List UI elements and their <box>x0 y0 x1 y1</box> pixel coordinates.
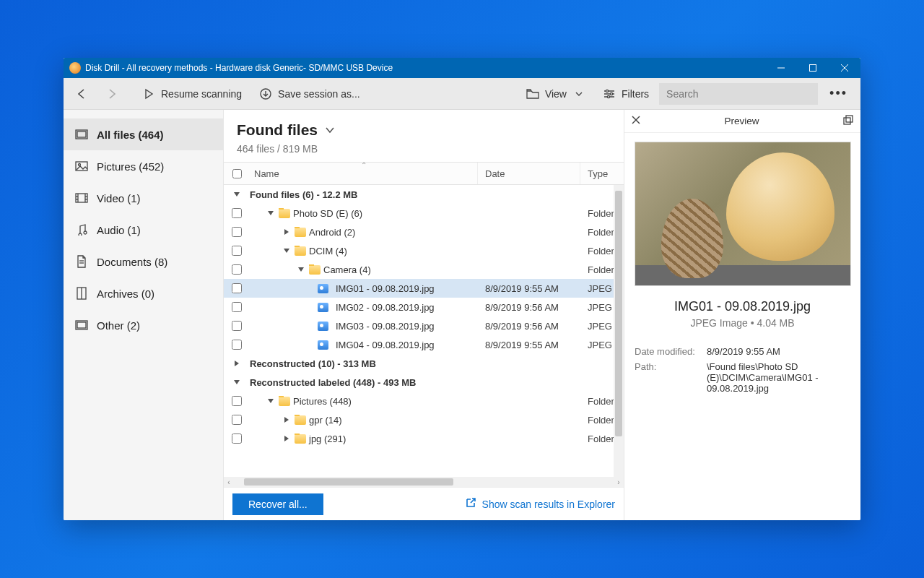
close-button[interactable] <box>829 58 860 78</box>
column-header-name[interactable]: Name ⌃ <box>250 163 478 184</box>
horizontal-scrollbar[interactable]: ‹ › <box>224 477 624 487</box>
row-checkbox[interactable] <box>232 302 242 312</box>
caret-down-icon[interactable] <box>232 377 242 387</box>
preview-meta: JPEG Image • 4.04 MB <box>635 317 850 329</box>
group-row[interactable]: Reconstructed (10) - 313 MB <box>224 354 624 373</box>
caret-down-icon[interactable] <box>266 208 276 218</box>
close-preview-button[interactable] <box>632 116 640 126</box>
row-checkbox[interactable] <box>232 208 242 218</box>
folder-row[interactable]: gpr (14) Folder <box>224 410 624 429</box>
select-all-checkbox[interactable] <box>232 169 242 178</box>
scroll-left-icon[interactable]: ‹ <box>224 477 234 487</box>
folder-row[interactable]: jpg (291) Folder <box>224 429 624 448</box>
filters-button[interactable]: Filters <box>596 81 656 107</box>
folder-row[interactable]: DCIM (4) Folder <box>224 241 624 260</box>
caret-right-icon[interactable] <box>282 434 292 444</box>
row-checkbox[interactable] <box>232 246 242 256</box>
row-checkbox[interactable] <box>232 340 242 350</box>
other-icon <box>75 319 88 332</box>
scrollbar-thumb[interactable] <box>615 191 622 436</box>
footer: Recover all... Show scan results in Expl… <box>224 487 624 520</box>
row-checkbox[interactable] <box>232 396 242 406</box>
caret-down-icon[interactable] <box>296 264 306 275</box>
caret-down-icon[interactable] <box>232 189 242 199</box>
back-button[interactable] <box>68 81 95 107</box>
content-area: All files (464) Pictures (452) Video (1)… <box>64 110 860 520</box>
svg-rect-24 <box>77 322 86 328</box>
caret-right-icon[interactable] <box>282 227 292 237</box>
titlebar: Disk Drill - All recovery methods - Hard… <box>64 58 860 78</box>
forward-button[interactable] <box>98 81 126 107</box>
image-icon <box>318 284 328 293</box>
folder-row[interactable]: Pictures (448) Folder <box>224 392 624 410</box>
sidebar-item-video[interactable]: Video (1) <box>64 182 223 214</box>
download-icon <box>259 87 272 100</box>
arrow-left-icon <box>75 87 88 100</box>
view-dropdown[interactable]: View <box>519 81 593 107</box>
group-row[interactable]: Found files (6) - 12.2 MB <box>224 185 624 204</box>
caret-down-icon[interactable] <box>266 396 276 406</box>
recover-all-button[interactable]: Recover all... <box>232 493 323 515</box>
file-row[interactable]: IMG01 - 09.08.2019.jpg 8/9/2019 9:55 AM … <box>224 279 624 298</box>
image-icon <box>318 322 328 331</box>
row-checkbox[interactable] <box>232 321 242 331</box>
sidebar-item-documents[interactable]: Documents (8) <box>64 246 223 277</box>
preview-header: Preview <box>624 110 860 133</box>
page-title: Found files <box>237 121 318 139</box>
svg-rect-1 <box>810 65 816 72</box>
sidebar-item-archives[interactable]: Archives (0) <box>64 277 223 309</box>
external-link-icon <box>465 497 476 511</box>
caret-right-icon[interactable] <box>232 358 242 368</box>
sidebar-item-label: Documents (8) <box>97 256 167 268</box>
archive-icon <box>75 287 88 300</box>
resume-scanning-button[interactable]: Resume scanning <box>135 81 249 107</box>
title-chevron-down-icon[interactable] <box>325 125 335 135</box>
preview-filename: IMG01 - 09.08.2019.jpg <box>635 299 850 314</box>
sidebar-item-label: All files (464) <box>97 129 164 141</box>
preview-image <box>635 142 851 286</box>
minimize-button[interactable] <box>765 58 797 78</box>
svg-point-7 <box>607 95 609 98</box>
file-tree: Found files (6) - 12.2 MB Photo SD (E) (… <box>224 185 624 477</box>
sidebar-item-audio[interactable]: Audio (1) <box>64 214 223 246</box>
app-icon <box>69 62 81 74</box>
row-checkbox[interactable] <box>232 415 242 425</box>
play-icon <box>142 87 155 100</box>
vertical-scrollbar[interactable] <box>614 185 624 477</box>
window-controls <box>765 58 860 78</box>
caret-down-icon[interactable] <box>282 246 292 256</box>
sidebar-item-all-files[interactable]: All files (464) <box>64 118 223 150</box>
column-header-date[interactable]: Date <box>478 163 580 184</box>
document-icon <box>75 255 88 268</box>
sort-indicator-icon: ⌃ <box>361 161 367 169</box>
scrollbar-thumb[interactable] <box>244 478 453 486</box>
more-button[interactable]: ••• <box>821 86 856 101</box>
row-checkbox[interactable] <box>232 283 242 293</box>
file-row[interactable]: IMG04 - 09.08.2019.jpg 8/9/2019 9:55 AM … <box>224 335 624 354</box>
picture-icon <box>75 160 88 173</box>
folder-row[interactable]: Camera (4) Folder <box>224 260 624 279</box>
sidebar-item-label: Other (2) <box>97 319 140 332</box>
folder-row[interactable]: Photo SD (E) (6) Folder <box>224 204 624 223</box>
row-checkbox[interactable] <box>232 264 242 275</box>
scroll-right-icon[interactable]: › <box>614 477 624 487</box>
folder-icon <box>309 265 321 275</box>
sidebar-item-other[interactable]: Other (2) <box>64 309 223 341</box>
file-row[interactable]: IMG03 - 09.08.2019.jpg 8/9/2019 9:56 AM … <box>224 316 624 335</box>
search-input[interactable] <box>659 83 818 105</box>
detail-value-path: \Found files\Photo SD (E)\DCIM\Camera\IM… <box>707 361 850 394</box>
caret-right-icon[interactable] <box>282 415 292 425</box>
svg-point-11 <box>79 164 81 166</box>
column-header-type[interactable]: Type <box>580 163 624 184</box>
group-row[interactable]: Reconstructed labeled (448) - 493 MB <box>224 373 624 392</box>
row-checkbox[interactable] <box>232 227 242 237</box>
row-checkbox[interactable] <box>232 434 242 444</box>
save-session-button[interactable]: Save session as... <box>252 81 367 107</box>
main-header: Found files 464 files / 819 MB <box>224 110 624 162</box>
show-in-explorer-link[interactable]: Show scan results in Explorer <box>465 497 615 511</box>
maximize-button[interactable] <box>797 58 829 78</box>
copy-icon[interactable] <box>843 115 853 127</box>
folder-row[interactable]: Android (2) Folder <box>224 223 624 241</box>
sidebar-item-pictures[interactable]: Pictures (452) <box>64 150 223 182</box>
file-row[interactable]: IMG02 - 09.08.2019.jpg 8/9/2019 9:56 AM … <box>224 298 624 316</box>
